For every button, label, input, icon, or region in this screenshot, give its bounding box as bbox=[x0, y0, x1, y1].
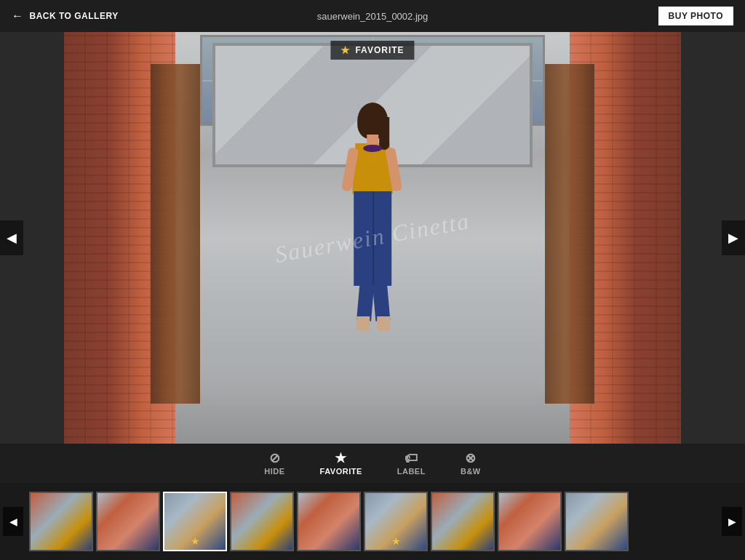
bw-icon: ⊗ bbox=[465, 452, 477, 465]
thumbnail-image bbox=[97, 493, 159, 550]
list-item[interactable]: ★ bbox=[364, 492, 428, 551]
thumbnail-image bbox=[298, 493, 359, 550]
hide-icon: ⊘ bbox=[269, 452, 281, 465]
person-figure bbox=[311, 105, 434, 396]
toolbar-bw-button[interactable]: ⊗B&W bbox=[461, 452, 481, 476]
person-neck bbox=[367, 135, 378, 145]
thumbnail-image bbox=[566, 493, 627, 550]
photo-canvas: Sauerwein Cinetta bbox=[64, 31, 681, 445]
bw-label: B&W bbox=[461, 467, 481, 476]
buy-photo-button[interactable]: BUY PHOTO bbox=[658, 7, 733, 25]
favorite-label: FAVORITE bbox=[320, 467, 362, 476]
list-item[interactable] bbox=[565, 492, 629, 551]
star-icon: ★ bbox=[340, 44, 351, 56]
list-item[interactable] bbox=[498, 492, 562, 551]
person-necklace bbox=[363, 145, 382, 152]
thumbnail-image bbox=[432, 493, 493, 550]
person-shoe-right bbox=[377, 316, 390, 331]
thumbnail-strip: ◀ ★★▶ bbox=[0, 483, 745, 560]
file-title: sauerwein_2015_0002.jpg bbox=[317, 11, 429, 22]
prev-photo-button[interactable]: ◀ bbox=[0, 220, 23, 255]
toolbar: ⊘HIDE★FAVORITE🏷LABEL⊗B&W bbox=[0, 444, 745, 483]
thumb-star-icon: ★ bbox=[391, 535, 401, 547]
person-shoe-left bbox=[356, 316, 370, 331]
photo-area: ◀ bbox=[0, 32, 745, 444]
person-jeans bbox=[354, 191, 391, 286]
toolbar-favorite-button[interactable]: ★FAVORITE bbox=[320, 452, 362, 476]
list-item[interactable] bbox=[29, 492, 93, 551]
favorite-badge-label: FAVORITE bbox=[355, 45, 404, 55]
list-item[interactable] bbox=[230, 492, 294, 551]
thumbnail-image bbox=[231, 493, 292, 550]
thumb-next-button[interactable]: ▶ bbox=[722, 507, 742, 536]
next-photo-button[interactable]: ▶ bbox=[722, 220, 745, 255]
label-label: LABEL bbox=[397, 467, 426, 476]
toolbar-hide-button[interactable]: ⊘HIDE bbox=[264, 452, 284, 476]
list-item[interactable] bbox=[96, 492, 160, 551]
thumbnail-image bbox=[499, 493, 560, 550]
person-hair bbox=[357, 103, 388, 139]
main-photo: Sauerwein Cinetta ★ FAVORITE bbox=[64, 31, 681, 445]
list-item[interactable] bbox=[431, 492, 495, 551]
favorite-badge-button[interactable]: ★ FAVORITE bbox=[330, 41, 414, 60]
back-to-gallery-button[interactable]: ← BACK TO GALLERY bbox=[12, 9, 119, 23]
toolbar-label-button[interactable]: 🏷LABEL bbox=[397, 452, 426, 476]
thumb-prev-button[interactable]: ◀ bbox=[3, 507, 23, 536]
label-icon: 🏷 bbox=[405, 452, 418, 465]
back-arrow-icon: ← bbox=[12, 9, 24, 23]
list-item[interactable]: ★ bbox=[163, 492, 227, 551]
metal-panel-left bbox=[151, 64, 200, 404]
header: ← BACK TO GALLERY sauerwein_2015_0002.jp… bbox=[0, 0, 745, 32]
metal-panel-right bbox=[545, 64, 594, 404]
list-item[interactable] bbox=[297, 492, 361, 551]
back-label: BACK TO GALLERY bbox=[30, 11, 119, 21]
favorite-icon: ★ bbox=[335, 452, 347, 465]
thumb-star-icon: ★ bbox=[191, 535, 200, 547]
hide-label: HIDE bbox=[264, 467, 284, 476]
thumbnail-image bbox=[31, 493, 92, 550]
